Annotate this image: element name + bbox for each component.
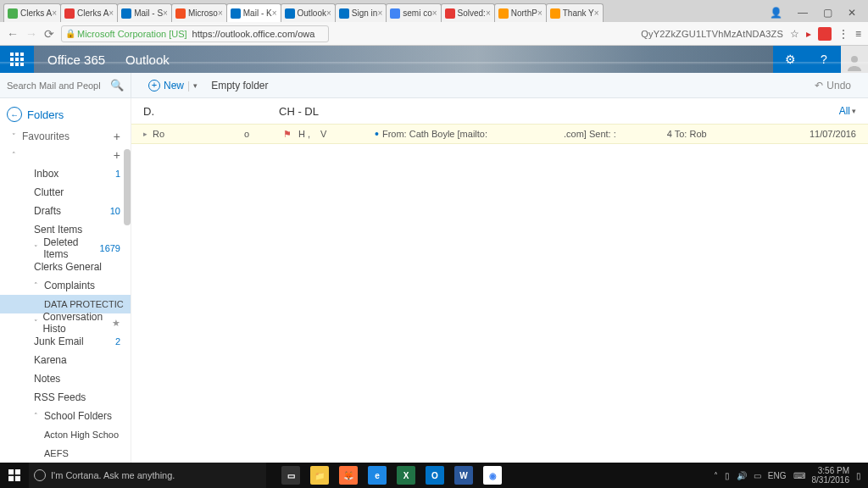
folder-item[interactable]: ˅Conversation Histo★ bbox=[0, 313, 131, 332]
chrome-menu-icon[interactable]: ≡ bbox=[855, 28, 861, 40]
owa-toolbar: 🔍 + New |▾ Empty folder ↶Undo bbox=[0, 73, 868, 98]
explorer-icon[interactable]: 📁 bbox=[310, 466, 329, 485]
firefox-icon[interactable]: 🦊 bbox=[339, 466, 358, 485]
message-row[interactable]: ▸ Ro o ⚑ H , V • From: Cath Boyle [mailt… bbox=[131, 124, 868, 144]
favourites-header[interactable]: ˅Favourites + bbox=[0, 127, 131, 146]
tray-keyboard-icon[interactable]: ⌨ bbox=[793, 471, 805, 480]
folder-item[interactable]: AEFS bbox=[0, 444, 131, 463]
windows-taskbar: I'm Cortana. Ask me anything. ▭ 📁 🦊 e X … bbox=[0, 463, 868, 488]
window-close[interactable]: ✕ bbox=[848, 7, 856, 19]
back-button[interactable]: ← bbox=[7, 27, 19, 41]
browser-address-bar: ← → ⟳ 🔒 Microsoft Corporation [US] https… bbox=[0, 22, 868, 46]
flag-icon: ⚑ bbox=[283, 129, 292, 140]
reload-button[interactable]: ⟳ bbox=[44, 27, 54, 41]
browser-tab[interactable]: Microso× bbox=[171, 3, 227, 22]
excel-icon[interactable]: X bbox=[397, 466, 415, 485]
tray-network-icon[interactable]: ▯ bbox=[725, 471, 730, 480]
settings-button[interactable]: ⚙ bbox=[773, 46, 807, 73]
filter-all[interactable]: All ▾ bbox=[839, 105, 856, 117]
browser-tab[interactable]: Thank Y× bbox=[546, 3, 604, 22]
word-icon[interactable]: W bbox=[454, 466, 473, 485]
browser-tab[interactable]: semi co× bbox=[386, 3, 441, 22]
task-view-icon[interactable]: ▭ bbox=[281, 466, 300, 485]
app-name[interactable]: Outlook bbox=[119, 53, 176, 67]
chrome-user-icon[interactable]: 👤 bbox=[770, 7, 782, 19]
tray-lang[interactable]: ENG bbox=[768, 471, 787, 480]
url-query-tail: QyY2ZkZGU1LTVhMzAtNDA3ZS bbox=[641, 29, 783, 39]
cortana-icon bbox=[34, 469, 46, 481]
message-date: 11/07/2016 bbox=[810, 129, 856, 139]
search-box[interactable]: 🔍 bbox=[0, 73, 131, 98]
outlook-icon[interactable]: O bbox=[426, 466, 444, 485]
browser-tab-strip: Clerks A×Clerks A×Mail - S×Microso×Mail … bbox=[0, 0, 868, 22]
folder-item[interactable]: Clerks General bbox=[0, 258, 131, 276]
folder-item[interactable]: Acton High Schoo bbox=[0, 425, 131, 444]
start-button[interactable] bbox=[0, 463, 29, 488]
browser-tab[interactable]: Outlook× bbox=[281, 3, 336, 22]
svg-rect-3 bbox=[8, 476, 14, 481]
add-folder-icon[interactable]: + bbox=[114, 148, 124, 162]
ie-icon[interactable]: e bbox=[368, 466, 387, 485]
extension-dots-icon[interactable]: ⋮ bbox=[838, 28, 849, 40]
browser-tab[interactable]: Clerks A× bbox=[3, 3, 61, 22]
column-ch[interactable]: CH - DL bbox=[279, 105, 839, 118]
folder-item[interactable]: Notes bbox=[0, 369, 131, 388]
forward-button[interactable]: → bbox=[25, 27, 37, 41]
chevron-down-icon: ▾ bbox=[193, 81, 198, 90]
browser-tab[interactable]: Mail - S× bbox=[117, 3, 172, 22]
new-button[interactable]: + New |▾ bbox=[148, 80, 198, 92]
system-tray: ˄ ▯ 🔊 ▭ ENG ⌨ 3:56 PM8/31/2016 ▯ bbox=[714, 466, 868, 485]
help-button[interactable]: ? bbox=[807, 46, 841, 73]
action-center-icon[interactable]: ▯ bbox=[856, 471, 861, 480]
folder-item[interactable]: Junk Email2 bbox=[0, 332, 131, 351]
folder-item[interactable]: ˄Complaints bbox=[0, 276, 131, 295]
tray-chevron-icon[interactable]: ˄ bbox=[714, 471, 718, 480]
cortana-search[interactable]: I'm Cortana. Ask me anything. bbox=[29, 463, 266, 488]
undo-button[interactable]: ↶Undo bbox=[815, 80, 851, 92]
extension-icon[interactable]: ▸ bbox=[806, 28, 811, 40]
extension-badge-icon[interactable] bbox=[818, 27, 832, 41]
folders-header[interactable]: ← Folders bbox=[0, 102, 131, 127]
tray-volume-icon[interactable]: 🔊 bbox=[737, 471, 747, 480]
window-controls: 👤 — ▢ ✕ bbox=[761, 7, 868, 22]
browser-tab[interactable]: Solved:× bbox=[441, 3, 495, 22]
taskbar-apps: ▭ 📁 🦊 e X O W ◉ bbox=[281, 466, 502, 485]
app-launcher-button[interactable] bbox=[0, 46, 34, 73]
folder-item[interactable]: Karena bbox=[0, 351, 131, 369]
svg-rect-2 bbox=[15, 469, 20, 474]
folder-item[interactable]: Drafts10 bbox=[0, 202, 131, 220]
profile-avatar[interactable] bbox=[841, 46, 868, 73]
chrome-icon[interactable]: ◉ bbox=[483, 466, 502, 485]
window-minimize[interactable]: — bbox=[798, 7, 808, 19]
omnibox[interactable]: 🔒 Microsoft Corporation [US] https://out… bbox=[61, 25, 329, 42]
list-column-header: D. CH - DL All ▾ bbox=[131, 98, 868, 124]
browser-tab[interactable]: Mail - K× bbox=[226, 3, 281, 22]
svg-rect-4 bbox=[15, 476, 20, 481]
lock-icon: 🔒 bbox=[65, 29, 75, 38]
folder-item[interactable]: ˄School Folders bbox=[0, 407, 131, 425]
main-content: ← Folders ˅Favourites + ˄ + Inbox1Clutte… bbox=[0, 98, 868, 463]
browser-tab[interactable]: Clerks A× bbox=[60, 3, 118, 22]
back-circle-icon: ← bbox=[7, 107, 22, 122]
suite-brand[interactable]: Office 365 bbox=[34, 53, 119, 67]
gear-icon: ⚙ bbox=[785, 53, 796, 66]
star-icon[interactable]: ☆ bbox=[790, 28, 799, 40]
unread-dot-icon: • bbox=[375, 128, 379, 140]
browser-tab[interactable]: NorthP× bbox=[494, 3, 547, 22]
add-favourite-icon[interactable]: + bbox=[114, 130, 124, 143]
tray-clock[interactable]: 3:56 PM8/31/2016 bbox=[812, 466, 850, 485]
tray-battery-icon[interactable]: ▭ bbox=[754, 471, 761, 480]
search-icon[interactable]: 🔍 bbox=[110, 79, 124, 92]
sidebar-scrollbar[interactable] bbox=[124, 149, 131, 225]
folder-item[interactable]: RSS Feeds bbox=[0, 388, 131, 407]
column-d[interactable]: D. bbox=[143, 105, 279, 118]
browser-tab[interactable]: Sign in× bbox=[335, 3, 387, 22]
folder-item[interactable]: Inbox1 bbox=[0, 164, 131, 183]
mailbox-header[interactable]: ˄ + bbox=[0, 146, 131, 164]
empty-folder-button[interactable]: Empty folder bbox=[211, 80, 268, 92]
search-input[interactable] bbox=[7, 80, 100, 91]
undo-icon: ↶ bbox=[815, 80, 823, 92]
folder-item[interactable]: ˅Deleted Items1679 bbox=[0, 239, 131, 258]
window-maximize[interactable]: ▢ bbox=[823, 7, 832, 19]
folder-item[interactable]: Clutter bbox=[0, 183, 131, 202]
